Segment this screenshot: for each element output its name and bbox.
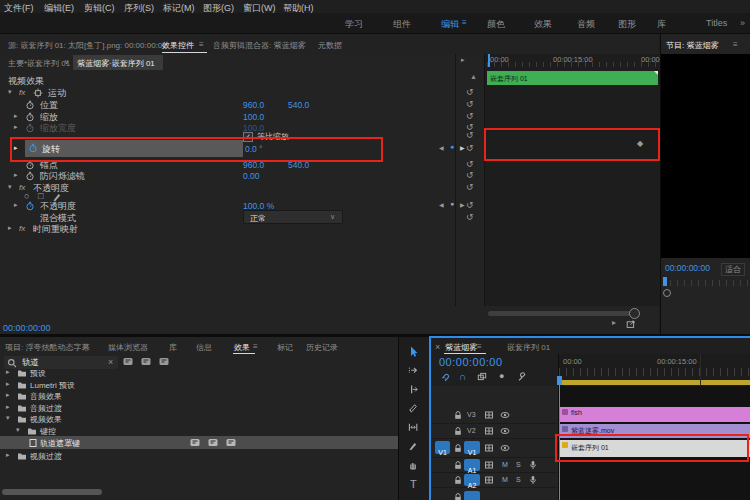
- tree-item-video-transitions[interactable]: ▸ 视频过渡: [0, 450, 398, 461]
- toggle-track-output-eye-icon[interactable]: [500, 443, 510, 453]
- tab-metadata[interactable]: 元数据: [318, 40, 342, 51]
- reset-icon[interactable]: ↺: [466, 111, 474, 121]
- ec-rotation-label[interactable]: 旋转: [42, 143, 60, 156]
- lock-icon[interactable]: [453, 460, 463, 470]
- twirl-closed-icon[interactable]: ▸: [8, 224, 12, 232]
- go-to-next-keyframe-icon[interactable]: ▶: [460, 144, 465, 151]
- program-panel-menu-icon[interactable]: ≡: [733, 40, 738, 49]
- twirl-closed-icon[interactable]: ▸: [6, 380, 10, 388]
- workspace-tab-audio[interactable]: 音频: [577, 18, 595, 31]
- lock-icon[interactable]: [453, 426, 463, 436]
- tab-info[interactable]: 信息: [196, 342, 212, 353]
- tree-item-audio-transitions[interactable]: ▸ 音频过渡: [0, 402, 398, 413]
- toggle-track-output-eye-icon[interactable]: [500, 410, 510, 420]
- antiflicker-value[interactable]: 0.00: [243, 171, 260, 181]
- ec-master-clip-label[interactable]: 主要*嵌套序列 01: [8, 58, 70, 69]
- twirl-open-icon[interactable]: ▾: [6, 414, 10, 422]
- ec-clip-bar[interactable]: 嵌套序列 01: [487, 71, 658, 85]
- twirl-closed-icon[interactable]: ▸: [14, 144, 18, 152]
- workspace-tab-editing-menu-icon[interactable]: ≡: [462, 18, 467, 27]
- reset-icon[interactable]: ↺: [466, 200, 474, 210]
- yuv-effects-filter-icon[interactable]: [159, 357, 169, 366]
- twirl-open-icon[interactable]: ▾: [8, 183, 12, 191]
- slip-tool-icon[interactable]: [408, 422, 420, 433]
- position-x-value[interactable]: 960.0: [243, 100, 264, 110]
- ec-clip-selector[interactable]: 紫蓝烟雾·嵌套序列 01: [73, 55, 163, 70]
- project-horizontal-scrollbar[interactable]: [2, 489, 102, 495]
- export-frame-icon[interactable]: [626, 319, 636, 329]
- lock-icon[interactable]: [453, 475, 463, 485]
- timeline-timecode[interactable]: 00:00:00:00: [439, 356, 503, 368]
- voiceover-mic-icon[interactable]: [528, 475, 538, 485]
- 32bit-effects-filter-icon[interactable]: [141, 357, 151, 366]
- stopwatch-icon[interactable]: [25, 160, 35, 170]
- timeline-panel-menu-icon[interactable]: ≡: [477, 342, 482, 351]
- twirl-closed-icon[interactable]: ▸: [6, 391, 10, 399]
- clip-nested-sequence-selected[interactable]: 嵌套序列 01: [560, 440, 750, 457]
- collapse-section-icon[interactable]: ▲: [470, 73, 477, 80]
- tree-label[interactable]: Lumetri 预设: [30, 380, 75, 391]
- reset-icon[interactable]: ↺: [466, 212, 474, 222]
- selection-tool-icon[interactable]: [408, 346, 420, 358]
- track-target-a3[interactable]: A3: [464, 491, 480, 500]
- tree-label[interactable]: 轨道遮罩键: [40, 438, 80, 449]
- reset-icon[interactable]: ↺: [466, 99, 474, 109]
- lock-icon[interactable]: [453, 410, 463, 420]
- track-name[interactable]: V2: [467, 427, 476, 434]
- twirl-closed-icon[interactable]: ▸: [6, 368, 10, 376]
- mute-button[interactable]: M: [502, 476, 508, 483]
- razor-tool-icon[interactable]: [408, 403, 420, 414]
- workspace-overflow-icon[interactable]: »: [740, 18, 745, 28]
- tree-label[interactable]: 预设: [30, 368, 46, 379]
- clip-purple-mov[interactable]: 紫蓝迷雾.mov: [560, 424, 750, 438]
- stopwatch-icon[interactable]: [25, 171, 35, 181]
- sync-lock-icon[interactable]: [484, 460, 494, 470]
- ec-master-dropdown-icon[interactable]: ∨: [64, 58, 69, 66]
- ec-keyframe-lane[interactable]: 00:00 00:00:15:00 00:00 嵌套序列 01 ◆: [484, 54, 660, 306]
- tree-item-video-effects[interactable]: ▾ 视频效果: [0, 413, 398, 424]
- timeline-playhead-head[interactable]: [557, 376, 562, 385]
- track-target-a2[interactable]: A2: [464, 474, 480, 486]
- stopwatch-icon[interactable]: [25, 112, 35, 122]
- pen-tool-icon[interactable]: [408, 441, 420, 452]
- program-ruler[interactable]: [663, 280, 749, 286]
- type-tool-icon[interactable]: T: [410, 478, 417, 490]
- tree-label[interactable]: 音频过渡: [30, 403, 62, 414]
- ec-playhead-timecode[interactable]: 00:00:00:00: [3, 323, 51, 333]
- timeline-tab-close-icon[interactable]: ×: [435, 342, 440, 352]
- add-remove-keyframe-icon[interactable]: ●: [450, 143, 454, 150]
- rotation-value[interactable]: 0.0 °: [245, 144, 263, 154]
- scale-value[interactable]: 100.0: [243, 112, 264, 122]
- position-y-value[interactable]: 540.0: [288, 100, 309, 110]
- workspace-tab-color[interactable]: 颜色: [487, 18, 505, 31]
- program-video-area[interactable]: [661, 54, 750, 258]
- timeline-ruler[interactable]: 00:00 00:00:15:00: [558, 354, 750, 386]
- tree-item-track-matte-key-selected[interactable]: 轨道遮罩键: [0, 436, 398, 449]
- snap-icon[interactable]: [441, 372, 452, 383]
- twirl-closed-icon[interactable]: ▸: [14, 201, 18, 209]
- stopwatch-icon-active[interactable]: [28, 143, 38, 153]
- ripple-edit-tool-icon[interactable]: [408, 384, 420, 395]
- tab-audio-clip-mixer[interactable]: 音频剪辑混合器: 紫蓝烟雾: [213, 40, 305, 51]
- mute-button[interactable]: M: [502, 461, 508, 468]
- twirl-closed-icon[interactable]: ▸: [14, 112, 18, 120]
- twirl-closed-icon[interactable]: ▸: [6, 403, 10, 411]
- rotation-keyframe-icon[interactable]: ◆: [637, 139, 643, 148]
- ec-zoom-scrollbar[interactable]: [488, 311, 634, 316]
- solo-button[interactable]: S: [516, 461, 521, 468]
- lock-icon[interactable]: [453, 492, 463, 500]
- stopwatch-icon[interactable]: [25, 100, 35, 110]
- tree-item-presets[interactable]: ▸ 预设: [0, 367, 398, 378]
- effects-panel-menu-icon[interactable]: ≡: [253, 342, 258, 351]
- tree-item-audio-effects[interactable]: ▸ 音频效果: [0, 390, 398, 401]
- reset-icon[interactable]: ↺: [466, 170, 474, 180]
- play-audio-icon[interactable]: ▸: [612, 318, 616, 327]
- reset-icon[interactable]: ↺: [466, 130, 474, 140]
- ec-zoom-handle[interactable]: [629, 308, 640, 319]
- sync-lock-icon[interactable]: [484, 426, 494, 436]
- go-to-next-keyframe-icon[interactable]: ▶: [460, 201, 465, 208]
- tab-effect-controls[interactable]: 效果控件: [162, 40, 194, 51]
- program-timecode[interactable]: 00:00:00:00: [665, 263, 710, 273]
- tree-label[interactable]: 视频效果: [30, 414, 62, 425]
- workspace-tab-titles[interactable]: Titles: [706, 18, 727, 28]
